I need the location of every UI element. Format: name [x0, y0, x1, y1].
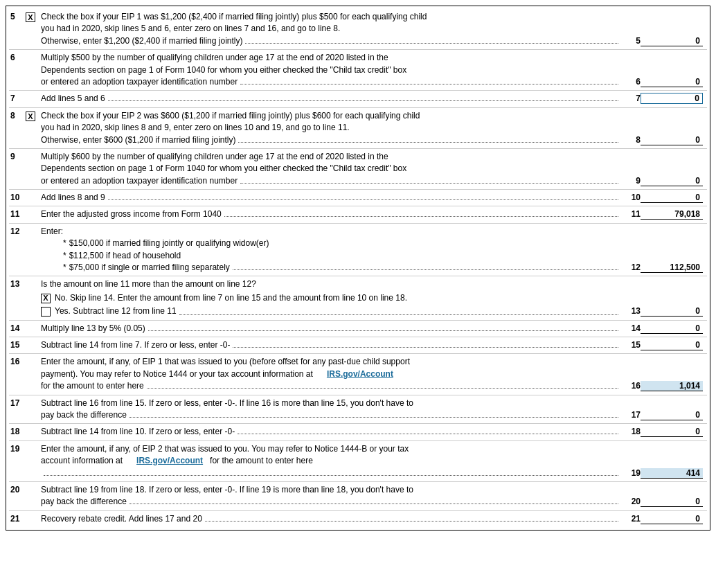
row-14-dots-line: Multiply line 13 by 5% (0.05) 14	[41, 323, 703, 335]
line-number-14: 14	[10, 323, 26, 333]
row-8-content: Check the box if your EIP 2 was $600 ($1…	[41, 110, 706, 146]
row-12-content: Enter: *$150,000 if married filing joint…	[41, 226, 706, 274]
row-19-text-1: Enter the amount, if any, of EIP 2 that …	[41, 443, 703, 455]
row-11-content: Enter the adjusted gross income from For…	[41, 208, 706, 220]
line-number-11: 11	[10, 208, 26, 219]
row-10-dots-line: Add lines 8 and 9 10	[41, 192, 703, 204]
row-16-label: 16	[621, 380, 641, 392]
line-number-19: 19	[10, 443, 26, 454]
row-11-value[interactable]	[641, 209, 703, 220]
row-7-text: Add lines 5 and 6	[41, 93, 105, 105]
row-12-bullet-2: *$112,500 if head of household	[41, 250, 703, 262]
row-21-text: Recovery rebate credit. Add lines 17 and…	[41, 513, 202, 525]
line-number-8: 8	[10, 110, 26, 121]
row-15: 15 Subtract line 14 from line 7. If zero…	[9, 337, 707, 354]
row-14-label: 14	[621, 323, 641, 335]
row-20-dots	[129, 497, 618, 504]
row-14-dots	[148, 324, 618, 331]
row-11-label: 11	[621, 208, 641, 220]
row-9-text-1: Multiply $600 by the number of qualifyin…	[41, 151, 703, 163]
row-9-text-2: Dependents section on page 1 of Form 104…	[41, 163, 703, 175]
row-12-value[interactable]	[641, 262, 703, 273]
line-number-17: 17	[10, 398, 26, 408]
line-number-21: 21	[10, 513, 26, 524]
row-21-dots	[205, 515, 618, 522]
line-number-6: 6	[10, 52, 26, 62]
row-15-value[interactable]	[641, 340, 703, 350]
row-18-dots-line: Subtract line 14 from line 10. If zero o…	[41, 426, 703, 438]
row-21-content: Recovery rebate credit. Add lines 17 and…	[41, 513, 706, 525]
row-18-dots	[238, 427, 618, 434]
row-18-content: Subtract line 14 from line 10. If zero o…	[41, 426, 706, 438]
row-16: 16 Enter the amount, if any, of EIP 1 th…	[9, 354, 707, 395]
row-21-label: 21	[621, 513, 641, 525]
row-6-text-3: or entered an adoption taxpayer identifi…	[41, 76, 238, 88]
row-19-content: Enter the amount, if any, of EIP 2 that …	[41, 443, 706, 479]
checkbox-13-yes[interactable]	[41, 307, 51, 317]
row-21-dots-line: Recovery rebate credit. Add lines 17 and…	[41, 513, 703, 525]
row-7-value[interactable]	[641, 93, 703, 104]
row-20-value[interactable]	[641, 497, 703, 507]
row-19-value[interactable]	[641, 468, 703, 479]
row-8-label: 8	[621, 134, 641, 146]
row-20-label: 20	[621, 496, 641, 508]
checkbox-area-5: X	[26, 11, 41, 22]
row-10-label: 10	[621, 192, 641, 204]
row-12-dots-line: *$75,000 if single or married filing sep…	[41, 262, 703, 274]
checkbox-8[interactable]: X	[26, 112, 35, 121]
row-14-content: Multiply line 13 by 5% (0.05) 14	[41, 323, 706, 335]
row-13-yes-text: Yes. Subtract line 12 from line 11	[55, 305, 177, 317]
row-12-enter-label: Enter:	[41, 226, 703, 238]
row-5-text-2: you had in 2020, skip lines 5 and 6, ent…	[41, 23, 703, 35]
row-14-value[interactable]	[641, 323, 703, 334]
row-5-dots	[245, 37, 618, 44]
row-5-label: 5	[621, 35, 641, 47]
row-9-content: Multiply $600 by the number of qualifyin…	[41, 151, 706, 187]
row-18-value[interactable]	[641, 427, 703, 437]
line-number-20: 20	[10, 484, 26, 495]
row-9-value[interactable]	[641, 176, 703, 186]
row-20-content: Subtract line 19 from line 18. If zero o…	[41, 484, 706, 508]
row-15-dots	[233, 341, 618, 348]
line-number-9: 9	[10, 151, 26, 161]
row-17-label: 17	[621, 409, 641, 421]
row-17-dots-line: pay back the difference 17	[41, 409, 703, 421]
tax-form: 5 X Check the box if your EIP 1 was $1,2…	[6, 6, 710, 531]
row-10-dots	[108, 193, 618, 200]
row-10-content: Add lines 8 and 9 10	[41, 192, 706, 204]
row-19-dots	[44, 469, 618, 476]
row-16-content: Enter the amount, if any, of EIP 1 that …	[41, 356, 706, 392]
row-19-link[interactable]: IRS.gov/Account	[136, 456, 203, 465]
row-17-text-2: pay back the difference	[41, 409, 127, 421]
row-8-value[interactable]	[641, 135, 703, 145]
row-21-value[interactable]	[641, 514, 703, 524]
row-13-question: Is the amount on line 11 more than the a…	[41, 278, 703, 290]
row-16-value[interactable]	[641, 381, 703, 391]
row-6-value[interactable]	[641, 77, 703, 87]
row-6-dots-line: or entered an adoption taxpayer identifi…	[41, 76, 703, 88]
row-5-value[interactable]	[641, 36, 703, 46]
row-5-text-3: Otherwise, enter $1,200 ($2,400 if marri…	[41, 35, 242, 47]
row-10-value[interactable]	[641, 193, 703, 203]
row-7-label: 7	[621, 93, 641, 105]
checkbox-13-no[interactable]: X	[41, 294, 51, 303]
row-11: 11 Enter the adjusted gross income from …	[9, 206, 707, 223]
row-13-content: Is the amount on line 11 more than the a…	[41, 278, 706, 317]
row-17-content: Subtract line 16 from line 15. If zero o…	[41, 398, 706, 422]
row-18-label: 18	[621, 426, 641, 438]
row-7-dots-line: Add lines 5 and 6 7	[41, 93, 703, 105]
row-7-dots	[108, 94, 618, 101]
row-5-content: Check the box if your EIP 1 was $1,200 (…	[41, 11, 706, 47]
row-17-value[interactable]	[641, 410, 703, 420]
row-6-text-1: Multiply $500 by the number of qualifyin…	[41, 52, 703, 64]
row-13-value[interactable]	[641, 306, 703, 317]
row-12: 12 Enter: *$150,000 if married filing jo…	[9, 224, 707, 277]
checkbox-5[interactable]: X	[26, 12, 35, 22]
row-6-label: 6	[621, 76, 641, 88]
row-13-dots	[179, 308, 618, 315]
row-9-dots	[240, 177, 618, 184]
row-8-dots	[238, 136, 618, 143]
row-6-text-2: Dependents section on page 1 of Form 104…	[41, 64, 703, 76]
row-16-link[interactable]: IRS.gov/Account	[327, 369, 393, 379]
row-13-no-option: X No. Skip line 14. Enter the amount fro…	[41, 292, 703, 304]
